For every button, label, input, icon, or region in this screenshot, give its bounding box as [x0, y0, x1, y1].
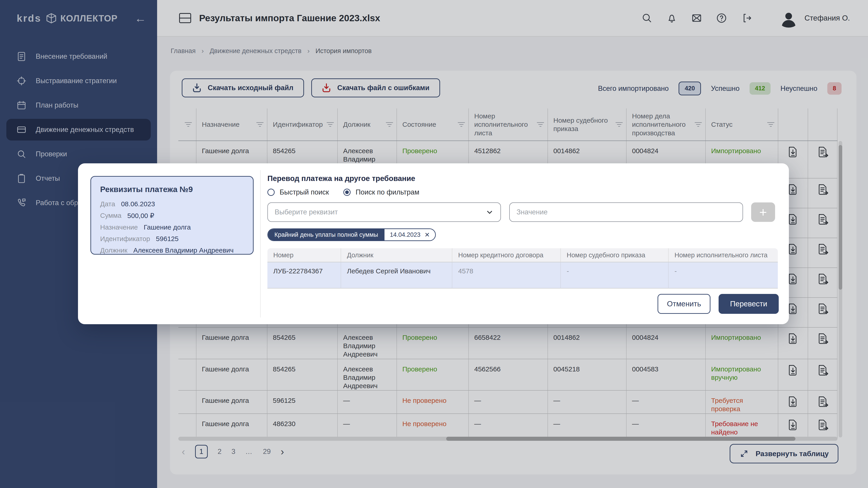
row-actions-cell [808, 359, 837, 390]
help-icon[interactable] [716, 12, 727, 24]
sidebar-item-3[interactable]: Движение денежных стредств [6, 119, 151, 140]
bell-icon[interactable] [666, 12, 677, 24]
filter-icon[interactable] [184, 121, 193, 128]
pagination-page-1[interactable]: 1 [195, 445, 208, 458]
pagination-page-29[interactable]: 29 [263, 448, 271, 456]
horizontal-scrollbar[interactable] [178, 437, 837, 441]
table-row[interactable]: Гашение долга854265Алексеев Владимир Анд… [178, 359, 837, 391]
filter-icon[interactable] [326, 121, 335, 128]
doc-download-icon[interactable] [787, 332, 799, 345]
filter-icon[interactable] [457, 121, 466, 128]
breadcrumb-home[interactable]: Главная [170, 47, 195, 55]
transfer-button[interactable]: Перевести [719, 294, 779, 314]
cancel-button[interactable]: Отменить [657, 294, 710, 314]
doc-export-icon[interactable] [817, 146, 829, 159]
doc-download-icon[interactable] [787, 396, 799, 408]
candidates-table-header: Номер Должник Номер кредитного договора … [268, 248, 778, 262]
add-filter-button[interactable]: + [751, 202, 775, 222]
candidate-row[interactable]: ЛУБ-222784367 Лебедев Сергей Иванович 45… [268, 262, 778, 289]
doc-export-icon[interactable] [817, 332, 829, 345]
vertical-scrollbar[interactable] [839, 141, 842, 437]
sidebar-collapse-icon[interactable]: ← [134, 12, 146, 24]
doc-export-icon[interactable] [817, 396, 829, 408]
payment-field-value: Гашение долга [144, 223, 191, 231]
download-errors-button[interactable]: Скачать файл с ошибками [311, 78, 440, 97]
search-icon[interactable] [641, 12, 653, 24]
doc-download-icon[interactable] [787, 364, 799, 377]
payment-field-label: Назначение [100, 223, 138, 231]
avatar[interactable] [779, 8, 798, 28]
doc-export-icon[interactable] [817, 273, 829, 286]
payment-details-title: Реквизиты платежа №9 [100, 185, 244, 194]
sidebar-item-1[interactable]: Выстраивание стратегии [6, 70, 151, 92]
doc-download-icon[interactable] [787, 243, 799, 256]
doc-export-icon[interactable] [817, 213, 829, 226]
logo-krds-text: krds [17, 13, 41, 24]
table-row[interactable]: Гашение долга854265Алексеев Владимир Анд… [178, 328, 837, 359]
breadcrumb-separator: › [307, 47, 310, 55]
column-header: Состояние [397, 108, 469, 140]
filter-icon[interactable] [536, 121, 545, 128]
breadcrumb: Главная › Движение денежных стредств › И… [170, 47, 372, 55]
payment-field-value: 08.06.2023 [121, 200, 155, 208]
expand-table-button[interactable]: Развернуть таблицу [730, 444, 838, 463]
horizontal-scrollbar-thumb[interactable] [446, 437, 796, 441]
doc-download-icon[interactable] [787, 419, 799, 431]
cell-order: — [548, 391, 627, 414]
requisite-select[interactable]: Выберите реквизит [268, 202, 501, 222]
pagination-page-3[interactable]: 3 [231, 448, 235, 456]
pagination-next-icon[interactable]: › [281, 446, 284, 457]
column-header-label: Номер дела исполнительного производства [632, 112, 702, 137]
doc-download-icon[interactable] [787, 184, 799, 196]
sidebar-item-4[interactable]: Проверки [6, 143, 151, 165]
sidebar-item-label: Отчеты [36, 174, 60, 183]
logout-icon[interactable] [741, 12, 752, 24]
pagination-prev-icon[interactable]: ‹ [182, 446, 185, 457]
logo-collector-text: КОЛЛЕКТОР [60, 13, 118, 24]
sidebar-item-2[interactable]: План работы [6, 94, 151, 116]
value-input[interactable]: Значение [509, 202, 743, 222]
sidebar-item-0[interactable]: Внесение требований [6, 46, 151, 67]
column-header-actions [808, 108, 837, 140]
row-actions-cell [778, 328, 808, 359]
row-actions-cell [808, 178, 837, 208]
breadcrumb-money-flow[interactable]: Движение денежных стредств [210, 47, 301, 55]
doc-download-icon[interactable] [787, 213, 799, 226]
table-row[interactable]: Гашение долга486230—Не проверено———Требо… [178, 414, 837, 438]
clipboard-icon [16, 173, 27, 184]
download-source-button[interactable]: Скачать исходный файл [182, 78, 304, 97]
doc-download-icon[interactable] [787, 146, 799, 159]
filter-icon[interactable] [767, 121, 775, 128]
doc-export-icon[interactable] [817, 303, 829, 315]
phone-icon [16, 198, 27, 208]
pagination-page-2[interactable]: 2 [218, 448, 221, 456]
filter-icon[interactable] [385, 121, 394, 128]
doc-export-icon[interactable] [817, 419, 829, 431]
cell-status: Требование не найдено [706, 414, 778, 438]
transfer-payment-modal: Реквизиты платежа №9 Дата08.06.2023Сумма… [78, 163, 789, 324]
doc-download-icon[interactable] [787, 303, 799, 315]
cell-order: — [548, 414, 627, 438]
column-header: Должник [338, 108, 397, 140]
breadcrumb-separator: › [202, 47, 204, 55]
close-icon[interactable]: ✕ [425, 231, 430, 238]
cell-purpose: Гашение долга [196, 328, 268, 359]
vertical-scrollbar-thumb[interactable] [839, 145, 842, 290]
candidates-table: Номер Должник Номер кредитного договора … [268, 248, 778, 289]
cell-purpose: Гашение долга [196, 414, 268, 438]
radio-filter-search[interactable]: Поиск по фильтрам [343, 188, 419, 196]
doc-download-icon[interactable] [787, 273, 799, 286]
filter-icon[interactable] [694, 121, 703, 128]
doc-export-icon[interactable] [817, 243, 829, 256]
modal-actions: Отменить Перевести [657, 294, 779, 314]
doc-export-icon[interactable] [817, 184, 829, 196]
filter-icon[interactable] [615, 121, 623, 128]
filter-icon[interactable] [256, 121, 264, 128]
radio-quick-search[interactable]: Быстрый поиск [268, 188, 329, 196]
modal-divider [260, 170, 260, 318]
table-row[interactable]: Гашение долга596125—Не проверено———Требу… [178, 391, 837, 414]
radio-circle [268, 189, 275, 196]
payment-field-label: Должник [100, 247, 127, 254]
mail-icon[interactable] [691, 12, 702, 24]
doc-export-icon[interactable] [817, 364, 829, 377]
